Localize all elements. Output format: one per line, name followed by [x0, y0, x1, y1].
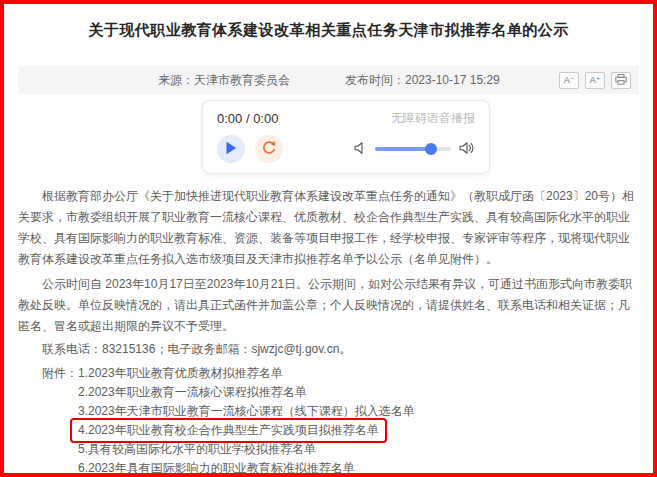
replay-button[interactable]: [255, 135, 283, 163]
article-body: 根据教育部办公厅《关于加快推进现代职业教育体系建设改革重点任务的通知》（教职成厅…: [18, 186, 639, 360]
attachment-item[interactable]: 2.2023年职业教育一流核心课程拟推荐名单: [78, 383, 307, 402]
meta-bar: 来源：天津市教育委员会 发布时间：2023-10-17 15:29 A⁻ A⁺: [18, 66, 639, 94]
attachment-item[interactable]: 5.具有较高国际化水平的职业学校拟推荐名单: [78, 440, 316, 459]
audio-caption: 无障碍语音播报: [391, 110, 475, 127]
source-value: 天津市教育委员会: [194, 73, 290, 87]
publish-time-label: 发布时间：: [345, 73, 405, 87]
paragraph: 根据教育部办公厅《关于加快推进现代职业教育体系建设改革重点任务的通知》（教职成厅…: [18, 186, 639, 270]
audio-controls: [217, 135, 475, 163]
toolbar: A⁻ A⁺: [559, 72, 631, 89]
play-button[interactable]: [217, 135, 245, 163]
source-label: 来源：: [158, 73, 194, 87]
volume-slider-fill: [375, 147, 431, 151]
volume-mute-icon[interactable]: [354, 140, 367, 158]
source-field: 来源：天津市教育委员会: [158, 72, 290, 89]
print-button[interactable]: [611, 72, 631, 89]
paragraph: 公示时间自 2023年10月17日至2023年10月21日。公示期间，如对公示结…: [18, 274, 639, 337]
audio-player-header: 0:00 / 0:00 无障碍语音播报: [217, 110, 475, 127]
attachment-item[interactable]: 1.2023年职业教育优质教材拟推荐名单: [78, 364, 283, 383]
audio-time: 0:00 / 0:00: [217, 111, 278, 126]
play-icon: [225, 141, 237, 158]
publish-time-value: 2023-10-17 15:29: [405, 73, 500, 87]
font-increase-button[interactable]: A⁺: [585, 72, 605, 89]
attachments-list: 附件：1.2023年职业教育优质教材拟推荐名单 2.2023年职业教育一流核心课…: [18, 364, 639, 477]
volume-slider-thumb[interactable]: [425, 143, 437, 155]
audio-player: 0:00 / 0:00 无障碍语音播报: [202, 100, 490, 174]
attachments-label: 附件：: [42, 366, 78, 380]
printer-icon: [615, 74, 627, 87]
font-decrease-button[interactable]: A⁻: [559, 72, 579, 89]
article-page: 关于现代职业教育体系建设改革相关重点任务天津市拟推荐名单的公示 来源：天津市教育…: [4, 20, 653, 477]
page-title: 关于现代职业教育体系建设改革相关重点任务天津市拟推荐名单的公示: [54, 20, 603, 40]
volume-control: [354, 140, 475, 158]
attachment-item[interactable]: 6.2023年具有国际影响力的职业教育标准拟推荐名单: [78, 459, 355, 477]
loop-icon: [261, 140, 277, 159]
paragraph: 联系电话：83215136；电子政务邮箱：sjwzjc@tj.gov.cn。: [18, 339, 639, 360]
publish-time-field: 发布时间：2023-10-17 15:29: [345, 72, 500, 89]
volume-slider[interactable]: [375, 147, 451, 151]
attachments-first-line: 附件：1.2023年职业教育优质教材拟推荐名单: [42, 364, 639, 383]
volume-loud-icon[interactable]: [459, 140, 475, 158]
